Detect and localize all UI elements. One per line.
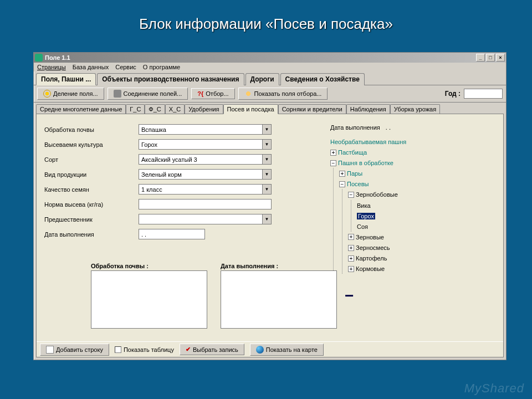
tree-node-processing[interactable]: Пашня в обработке [338,160,393,166]
toolbar: Деление поля... Соединение полей... ?{ О… [34,85,506,103]
subtab-obs[interactable]: Наблюдения [346,104,390,114]
label-predecessor: Предшественник [44,216,139,223]
input-exec-date[interactable]: . . [139,229,205,239]
expand-icon[interactable]: + [348,234,354,240]
combo-product-type[interactable]: Зеленый корм [139,169,272,180]
tree-node-vika[interactable]: Вика [357,202,371,209]
chevron-down-icon[interactable] [262,170,271,179]
tree-node-peas[interactable]: Горох [357,213,375,219]
tab-roads[interactable]: Дороги [245,73,279,85]
input-seed-rate[interactable] [139,199,272,209]
join-fields-label: Соединение полей... [124,90,182,97]
subtab-harvest[interactable]: Уборка урожая [390,104,440,114]
show-filter-icon [244,90,252,98]
year-input[interactable] [464,89,503,99]
tree-node-potato[interactable]: Картофель [356,255,387,262]
tree-node-fallow[interactable]: Пары [347,170,362,177]
combo-variety[interactable]: Аксайский усатый 3 [139,154,272,165]
chevron-down-icon[interactable] [262,140,271,149]
list-date[interactable] [221,270,337,329]
tree-node-unprocessed[interactable]: Необрабатываемая пашня [330,139,406,145]
select-record-button[interactable]: ✔ Выбрать запись [180,344,244,355]
label-right-date: Дата выполнения [330,124,380,131]
subtab-gs[interactable]: Г_С [126,104,145,114]
add-row-button[interactable]: Добавить строку [40,344,109,356]
collapse-icon[interactable]: − [339,181,345,187]
remove-button[interactable]: − [345,287,354,305]
chevron-down-icon[interactable] [262,185,271,194]
expand-icon[interactable]: + [348,255,354,262]
tab-objects[interactable]: Объекты производственного назначения [97,73,244,85]
chevron-down-icon[interactable] [262,125,271,134]
show-table-label: Показать таблицу [124,346,174,353]
tree-node-pastures[interactable]: Пастбища [338,149,367,156]
right-column: Дата выполнения . . Необрабатываемая паш… [330,124,497,314]
menu-about[interactable]: О программе [143,64,180,70]
expand-icon[interactable]: + [348,245,354,251]
combo-crop[interactable]: Горох [139,139,272,150]
subtab-fert[interactable]: Удобрения [185,104,223,114]
filter-label: Отбор... [206,90,228,97]
subtab-weeds[interactable]: Сорняки и вредители [278,104,346,114]
app-icon [35,54,43,62]
maximize-button[interactable]: □ [486,54,495,62]
show-map-button[interactable]: Показать на карте [250,344,324,356]
tree-node-grainmix[interactable]: Зерносмесь [356,244,390,251]
combo-soil-treatment[interactable]: Вспашка [139,124,272,135]
tab-farm-info[interactable]: Сведения о Хозяйстве [280,73,365,85]
close-button[interactable]: × [496,54,505,62]
form-grid: Обработка почвы Вспашка Высеваемя культу… [44,124,327,239]
tree-view[interactable]: Необрабатываемая пашня +Пастбища −Пашня … [330,136,497,314]
expand-icon[interactable]: + [330,150,336,156]
window-title: Поле 1.1 [45,54,70,61]
tree-node-cereals[interactable]: Зерновые [356,234,384,241]
sub-tabs: Средне многолетние данные Г_С Ф_С Х_С Уд… [34,103,506,114]
checkbox-icon [115,346,121,353]
label-exec-date: Дата выполнения [44,231,139,238]
list-soil-header: Обработка почвы : [91,263,207,269]
show-filter-button[interactable]: Показать поля отбора... [238,88,328,100]
content-area: Обработка почвы Вспашка Высеваемя культу… [36,114,504,357]
combo-variety-value: Аксайский усатый 3 [139,156,262,163]
show-table-checkbox[interactable]: Показать таблицу [115,346,174,353]
globe-icon [256,346,264,354]
expand-icon[interactable]: + [339,171,345,177]
collapse-icon[interactable]: − [330,160,336,166]
chevron-down-icon[interactable] [262,155,271,164]
subtab-avg[interactable]: Средне многолетние данные [36,104,126,114]
combo-seed-quality[interactable]: 1 класс [139,184,272,195]
join-fields-button[interactable]: Соединение полей... [108,88,188,100]
tree-node-fodder[interactable]: Кормовые [356,265,385,272]
main-tabs: Поля, Пашни ... Объекты производственног… [34,71,506,85]
input-right-date[interactable]: . . [383,124,433,131]
menu-database[interactable]: База данных [73,64,109,70]
collapse-icon[interactable]: − [348,192,354,198]
split-field-button[interactable]: Деление поля... [37,88,104,100]
menu-service[interactable]: Сервис [115,64,136,70]
menu-bar: Страницы База данных Сервис О программе [34,63,506,71]
split-icon [43,90,51,98]
list-date-header: Дата выполнения : [221,263,337,269]
chevron-down-icon[interactable] [262,214,271,224]
label-crop: Высеваемя культура [44,141,139,148]
filter-button[interactable]: ?{ Отбор... [191,88,234,99]
footer-bar: Добавить строку Показать таблицу ✔ Выбра… [37,341,503,357]
tree-node-soy[interactable]: Соя [357,223,368,230]
subtab-sowing[interactable]: Посев и посадка [223,104,278,114]
app-window: Поле 1.1 _ □ × Страницы База данных Серв… [33,52,507,360]
slide-title: Блок информации «Посев и посадка» [0,0,532,42]
add-row-label: Добавить строку [56,346,103,353]
list-soil[interactable] [91,270,207,329]
tree-node-crops[interactable]: Посевы [347,181,369,187]
combo-predecessor[interactable] [139,214,272,224]
subtab-hs[interactable]: Х_С [165,104,185,114]
watermark: MyShared [464,381,524,396]
window-controls: _ □ × [476,54,505,62]
label-soil-treatment: Обработка почвы [44,126,139,133]
menu-pages[interactable]: Страницы [37,64,66,70]
filter-icon: ?{ [197,90,203,97]
minimize-button[interactable]: _ [476,54,485,62]
tab-fields[interactable]: Поля, Пашни ... [36,73,96,85]
subtab-fs[interactable]: Ф_С [145,104,165,114]
tree-node-legumes[interactable]: Зернобобовые [356,192,398,198]
